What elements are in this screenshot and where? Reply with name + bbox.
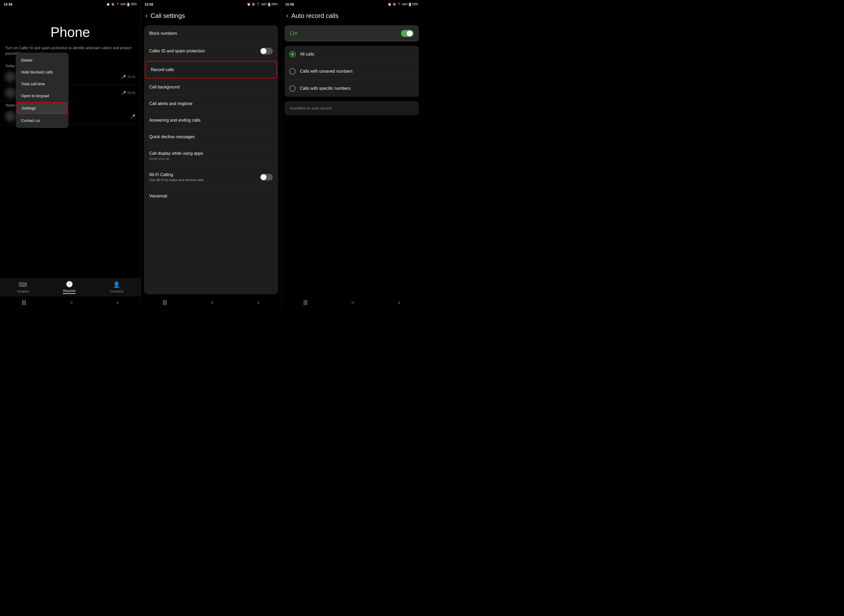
wifi-calling-sub: Use Wi-Fi to make and receive calls.: [149, 178, 205, 182]
call-alerts-label: Call alerts and ringtone: [149, 101, 193, 106]
nav-keypad[interactable]: ⌨ Keypad: [12, 280, 34, 295]
radio-circle-unsaved: [289, 68, 296, 75]
time-2: 15:58: [145, 2, 153, 6]
answering-ending-label: Answering and ending calls: [149, 118, 201, 123]
radio-label-unsaved: Calls with unsaved numbers: [300, 69, 353, 74]
menu-settings[interactable]: Settings: [17, 102, 67, 114]
volume-off-icon-3: 🔇: [393, 3, 396, 6]
signal-icon-2: ▓: [268, 3, 270, 6]
back-btn[interactable]: ‹: [117, 299, 119, 305]
phone-panel: 15:58 ⏰ 🔇 📍 WiFi ▓ 28% Phone Turn on Cal…: [0, 0, 141, 308]
toggle-thumb-record: [407, 31, 413, 36]
menu-hide-blocked[interactable]: Hide blocked calls: [16, 66, 69, 78]
voicemail-label: Voicemail: [149, 194, 167, 198]
page-title-2: Call settings: [151, 12, 185, 19]
quick-decline-label: Quick decline messages: [149, 135, 195, 139]
numbers-to-auto-record-label: Numbers to auto record: [290, 106, 331, 110]
settings-answering-ending[interactable]: Answering and ending calls: [144, 112, 278, 129]
menu-total-call-time[interactable]: Total call time: [16, 78, 69, 90]
time-3: 15:58: [285, 2, 294, 6]
home-btn-3[interactable]: ○: [352, 299, 355, 305]
avatar: [5, 72, 16, 82]
avatar: [5, 88, 16, 98]
recents-label: Recents: [63, 289, 76, 294]
call-time: 09:43: [127, 91, 135, 95]
call-display-sub: Small pop-up: [149, 157, 203, 161]
auto-record-panel: 15:58 ⏰ 🔇 📍 WiFi ▓ 28% ‹ Auto record cal…: [281, 0, 422, 308]
location-icon-3: 📍: [397, 3, 401, 6]
mic-icon: 🎤: [122, 91, 126, 95]
avatar: [5, 111, 16, 122]
settings-caller-id[interactable]: Caller ID and spam protection: [144, 42, 278, 60]
keypad-label: Keypad: [17, 289, 29, 293]
radio-unsaved-numbers[interactable]: Calls with unsaved numbers: [284, 63, 419, 80]
status-bar-2: 15:58 ⏰ 🔇 📍 WiFi ▓ 28%: [141, 0, 281, 9]
sys-nav-3: ||| ○ ‹: [281, 296, 422, 308]
wifi-icon-2: WiFi: [261, 3, 267, 6]
contacts-label: Contacts: [110, 289, 123, 293]
home-btn-2[interactable]: ○: [211, 299, 214, 305]
caller-id-label: Caller ID and spam protection: [149, 49, 205, 53]
numbers-to-auto-record-section: Numbers to auto record: [284, 101, 419, 115]
radio-list: All calls Calls with unsaved numbers Cal…: [284, 46, 419, 97]
on-row: On: [284, 25, 419, 42]
battery-2: 28%: [271, 2, 277, 6]
menu-delete[interactable]: Delete: [16, 54, 69, 66]
radio-specific-numbers[interactable]: Calls with specific numbers: [284, 80, 419, 97]
radio-circle-all: [289, 51, 296, 57]
back-btn-2[interactable]: ‹: [258, 299, 259, 305]
sys-nav-1: ||| ○ ‹: [0, 296, 141, 308]
back-arrow-2[interactable]: ‹: [146, 12, 147, 19]
settings-call-display[interactable]: Call display while using apps Small pop-…: [144, 145, 278, 167]
wifi-icon-3: WiFi: [402, 3, 408, 6]
nav-recents[interactable]: 🕐 Recents: [58, 279, 81, 295]
settings-voicemail[interactable]: Voicemail: [144, 188, 278, 204]
home-btn[interactable]: ○: [70, 299, 73, 305]
status-icons-1: ⏰ 🔇 📍 WiFi ▓ 28%: [106, 2, 137, 6]
contacts-icon: 👤: [113, 282, 120, 288]
nav-contacts[interactable]: 👤 Contacts: [104, 280, 129, 295]
keypad-icon: ⌨: [19, 282, 27, 288]
battery-3: 28%: [412, 2, 418, 6]
phone-title: Phone: [0, 24, 141, 40]
recent-apps-btn[interactable]: |||: [22, 299, 26, 305]
call-display-label: Call display while using apps: [149, 151, 203, 155]
battery-1: 28%: [130, 2, 137, 6]
radio-all-calls[interactable]: All calls: [284, 46, 419, 63]
alarm-icon-2: ⏰: [247, 3, 251, 6]
wifi-icon: WiFi: [120, 3, 126, 6]
settings-record-calls[interactable]: Record calls: [145, 61, 277, 78]
status-icons-3: ⏰ 🔇 📍 WiFi ▓ 28%: [388, 2, 418, 6]
back-arrow-3[interactable]: ‹: [286, 12, 288, 19]
recent-apps-btn-2[interactable]: |||: [163, 299, 167, 305]
settings-call-alerts[interactable]: Call alerts and ringtone: [144, 95, 278, 112]
auto-record-toggle[interactable]: [401, 30, 413, 37]
call-time: 15:14: [127, 75, 135, 79]
caller-id-toggle[interactable]: [260, 48, 273, 54]
wifi-calling-toggle[interactable]: [260, 174, 273, 180]
settings-call-background[interactable]: Call background: [144, 79, 278, 95]
time-1: 15:58: [4, 2, 12, 6]
settings-block-numbers[interactable]: Block numbers: [144, 25, 278, 42]
status-bar-3: 15:58 ⏰ 🔇 📍 WiFi ▓ 28%: [281, 0, 422, 9]
toggle-thumb: [261, 48, 267, 54]
settings-list: Block numbers Caller ID and spam protect…: [144, 25, 278, 294]
recent-apps-btn-3[interactable]: |||: [303, 299, 308, 305]
alarm-icon-3: ⏰: [388, 3, 391, 6]
wifi-calling-label: Wi-Fi Calling: [149, 172, 173, 177]
record-calls-label: Record calls: [151, 67, 174, 72]
radio-circle-specific: [289, 85, 296, 92]
location-icon-2: 📍: [256, 3, 260, 6]
block-numbers-label: Block numbers: [149, 31, 177, 36]
menu-contact-us[interactable]: Contact us: [16, 114, 69, 126]
menu-open-keypad[interactable]: Open to keypad: [16, 90, 69, 102]
settings-quick-decline[interactable]: Quick decline messages: [144, 129, 278, 145]
alarm-icon: ⏰: [106, 3, 110, 6]
settings-wifi-calling[interactable]: Wi-Fi Calling Use Wi-Fi to make and rece…: [144, 167, 278, 188]
dropdown-menu: Delete Hide blocked calls Total call tim…: [16, 53, 69, 128]
mic-icon: 🎤: [131, 114, 135, 119]
back-btn-3[interactable]: ‹: [398, 299, 400, 305]
page-header-2: ‹ Call settings: [141, 9, 281, 23]
radio-label-all: All calls: [300, 52, 314, 57]
page-header-3: ‹ Auto record calls: [281, 9, 422, 23]
